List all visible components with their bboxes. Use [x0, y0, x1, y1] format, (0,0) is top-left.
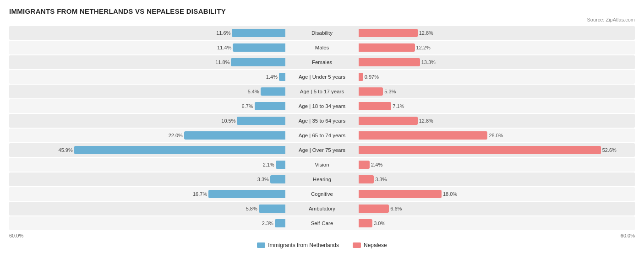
- nepalese-legend-label: Nepalese: [364, 242, 387, 248]
- chart-row: 11.6% Disability 12.8%: [9, 26, 635, 40]
- chart-row: 10.5% Age | 35 to 64 years 12.8%: [9, 114, 635, 128]
- right-value: 6.6%: [390, 206, 402, 211]
- center-label: Disability: [285, 30, 359, 36]
- right-section: 13.3%: [359, 55, 635, 69]
- center-label: Age | 5 to 17 years: [285, 89, 359, 94]
- chart-row: 22.0% Age | 65 to 74 years 28.0%: [9, 129, 635, 142]
- left-value: 2.3%: [262, 221, 273, 226]
- chart-row: 16.7% Cognitive 18.0%: [9, 187, 635, 201]
- right-section: 0.97%: [359, 70, 635, 84]
- right-section: 3.0%: [359, 216, 635, 230]
- left-value: 6.7%: [242, 103, 253, 109]
- center-label: Ambulatory: [285, 206, 359, 211]
- left-value: 3.3%: [257, 177, 269, 182]
- axis-right-label: 60.0%: [359, 233, 635, 238]
- bar-right: [359, 131, 487, 140]
- bar-right: [359, 146, 601, 154]
- row-inner: 16.7% Cognitive 18.0%: [9, 187, 635, 201]
- left-value: 10.5%: [221, 118, 235, 124]
- bar-left: [275, 219, 285, 227]
- bar-right: [359, 102, 391, 110]
- axis-left-label: 60.0%: [9, 233, 285, 238]
- right-value: 12.2%: [416, 45, 431, 50]
- right-value: 52.6%: [602, 147, 617, 153]
- right-value: 12.8%: [419, 30, 433, 36]
- right-section: 6.6%: [359, 202, 635, 215]
- bar-right: [359, 87, 383, 96]
- chart-row: 11.4% Males 12.2%: [9, 41, 635, 54]
- bar-left: [231, 58, 285, 66]
- row-inner: 10.5% Age | 35 to 64 years 12.8%: [9, 114, 635, 128]
- right-value: 0.97%: [365, 74, 379, 80]
- right-value: 7.1%: [393, 103, 404, 109]
- row-inner: 11.6% Disability 12.8%: [9, 26, 635, 40]
- right-value: 2.4%: [371, 162, 382, 167]
- left-value: 5.8%: [246, 206, 257, 211]
- right-value: 3.0%: [374, 221, 385, 226]
- left-value: 5.4%: [248, 89, 259, 94]
- center-label: Age | Over 75 years: [285, 147, 359, 153]
- left-value: 1.4%: [266, 74, 278, 80]
- row-inner: 6.7% Age | 18 to 34 years 7.1%: [9, 99, 635, 113]
- center-label: Cognitive: [285, 191, 359, 197]
- chart-row: 5.4% Age | 5 to 17 years 5.3%: [9, 85, 635, 98]
- bar-right: [359, 190, 442, 198]
- bar-right: [359, 73, 363, 81]
- bar-left: [237, 117, 285, 125]
- right-section: 28.0%: [359, 129, 635, 142]
- chart-row: 11.8% Females 13.3%: [9, 55, 635, 69]
- nepalese-color-box: [353, 242, 361, 248]
- left-value: 11.8%: [215, 59, 229, 65]
- chart-row: 2.1% Vision 2.4%: [9, 158, 635, 172]
- right-value: 12.8%: [419, 118, 433, 124]
- chart-row: 2.3% Self-Care 3.0%: [9, 216, 635, 230]
- left-section: 3.3%: [9, 172, 285, 186]
- bar-right: [359, 43, 415, 52]
- left-section: 10.5%: [9, 114, 285, 128]
- left-section: 22.0%: [9, 129, 285, 142]
- left-value: 22.0%: [169, 133, 183, 138]
- bar-right: [359, 161, 370, 169]
- row-inner: 3.3% Hearing 3.3%: [9, 172, 635, 186]
- legend-netherlands: Immigrants from Netherlands: [257, 242, 339, 248]
- row-inner: 5.4% Age | 5 to 17 years 5.3%: [9, 85, 635, 98]
- legend: Immigrants from Netherlands Nepalese: [9, 242, 635, 248]
- bar-left: [270, 175, 285, 183]
- right-section: 7.1%: [359, 99, 635, 113]
- bar-right: [359, 29, 418, 37]
- chart-row: 1.4% Age | Under 5 years 0.97%: [9, 70, 635, 84]
- axis-row: 60.0% 60.0%: [9, 233, 635, 238]
- left-section: 16.7%: [9, 187, 285, 201]
- right-value: 28.0%: [489, 133, 503, 138]
- center-label: Age | Under 5 years: [285, 74, 359, 80]
- netherlands-color-box: [257, 242, 265, 248]
- source-label: Source: ZipAtlas.com: [9, 17, 635, 22]
- left-section: 11.6%: [9, 26, 285, 40]
- right-value: 13.3%: [421, 59, 436, 65]
- chart-row: 5.8% Ambulatory 6.6%: [9, 202, 635, 215]
- center-label: Hearing: [285, 177, 359, 182]
- left-value: 16.7%: [193, 191, 207, 197]
- left-value: 2.1%: [263, 162, 274, 167]
- center-label: Females: [285, 59, 359, 65]
- right-value: 3.3%: [375, 177, 387, 182]
- left-section: 11.8%: [9, 55, 285, 69]
- left-value: 45.9%: [59, 147, 73, 153]
- row-inner: 45.9% Age | Over 75 years 52.6%: [9, 143, 635, 157]
- row-inner: 11.8% Females 13.3%: [9, 55, 635, 69]
- left-section: 6.7%: [9, 99, 285, 113]
- right-section: 2.4%: [359, 158, 635, 172]
- bar-left: [74, 146, 285, 154]
- right-section: 18.0%: [359, 187, 635, 201]
- left-section: 5.8%: [9, 202, 285, 215]
- chart-row: 45.9% Age | Over 75 years 52.6%: [9, 143, 635, 157]
- right-value: 5.3%: [384, 89, 396, 94]
- left-section: 11.4%: [9, 41, 285, 54]
- chart-area: 11.6% Disability 12.8% 11.4% Males 12.2%: [9, 26, 635, 230]
- right-section: 12.8%: [359, 26, 635, 40]
- center-label: Age | 18 to 34 years: [285, 103, 359, 109]
- bar-right: [359, 205, 389, 213]
- bar-left: [261, 87, 285, 96]
- center-label: Males: [285, 45, 359, 50]
- right-section: 12.2%: [359, 41, 635, 54]
